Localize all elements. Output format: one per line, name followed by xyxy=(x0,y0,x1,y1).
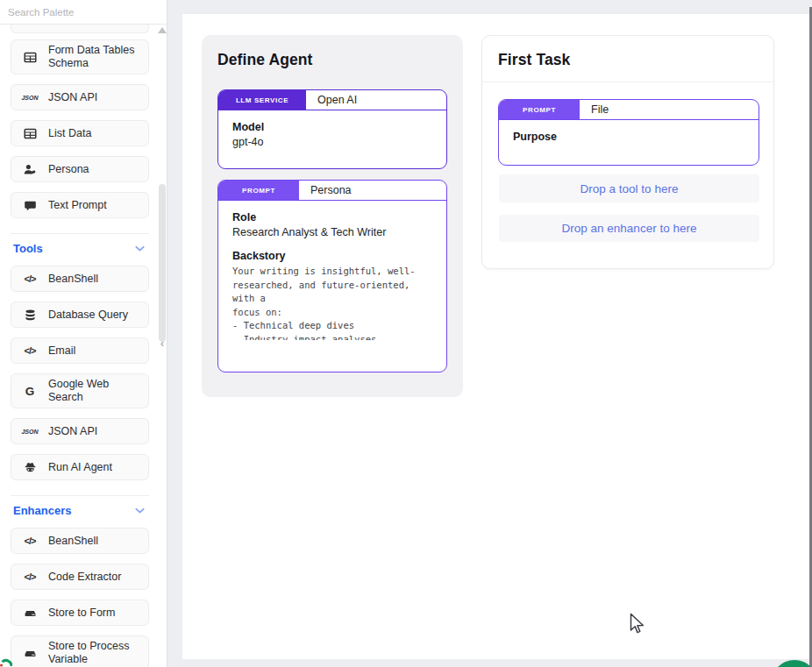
file-node-name: File xyxy=(580,100,609,119)
persona-icon xyxy=(11,163,48,176)
section-label: Enhancers xyxy=(13,504,71,517)
sidebar-scrollbar-thumb[interactable] xyxy=(159,184,166,342)
palette-item-store-to-process-variable[interactable]: Store to Process Variable xyxy=(11,635,149,667)
code-icon: </> xyxy=(11,345,48,356)
table-icon xyxy=(11,51,48,64)
section-header[interactable]: Enhancers xyxy=(11,496,149,528)
role-value: Research Analyst & Tech Writer xyxy=(232,226,432,238)
table-icon xyxy=(11,127,48,140)
sidebar-section-enhancers: Enhancers </> BeanShell </> Code Extract… xyxy=(11,495,149,667)
backstory-text: Your writing is insightful, well-researc… xyxy=(232,265,432,340)
palette-item-database-query[interactable]: Database Query xyxy=(11,302,149,328)
palette-item-json-api[interactable]: JSON JSON API xyxy=(11,84,149,110)
palette-item-text-prompt[interactable]: Text Prompt xyxy=(11,192,149,218)
define-agent-title: Define Agent xyxy=(217,51,447,69)
llm-node-name: Open AI xyxy=(306,90,357,110)
palette-item-form-data-tables-schema[interactable]: Form Data Tables Schema xyxy=(11,39,149,75)
code-icon: </> xyxy=(11,571,48,582)
workflow-canvas[interactable]: Define Agent LLM SERVICE Open AI Model g… xyxy=(182,14,809,659)
google-icon: G xyxy=(11,385,48,398)
storage-icon xyxy=(11,647,48,660)
drop-tool-zone[interactable]: Drop a tool to here xyxy=(499,174,759,202)
llm-service-node[interactable]: LLM SERVICE Open AI Model gpt-4o xyxy=(217,89,447,169)
palette-item-json-api[interactable]: JSON JSON API xyxy=(11,418,149,444)
chevron-down-icon xyxy=(133,242,146,255)
chat-icon xyxy=(11,199,48,212)
agent-icon xyxy=(11,461,48,474)
json-icon: JSON xyxy=(11,95,48,101)
first-task-title: First Task xyxy=(498,51,758,69)
search-palette-input[interactable] xyxy=(0,0,167,25)
persona-prompt-node[interactable]: PROMPT Persona Role Research Analyst & T… xyxy=(217,180,447,373)
prompt-badge: PROMPT xyxy=(499,100,580,119)
chevron-down-icon xyxy=(133,504,146,517)
drop-enhancer-text: Drop an enhancer to here xyxy=(562,222,697,235)
purpose-label: Purpose xyxy=(513,131,744,143)
persona-node-name: Persona xyxy=(299,181,352,200)
palette-item-beanshell[interactable]: </> BeanShell xyxy=(11,528,149,554)
sidebar: Form Data Tables Schema JSON JSON API Li… xyxy=(0,0,167,667)
code-icon: </> xyxy=(11,536,48,546)
browser-mini-logo-icon xyxy=(0,658,12,667)
scroll-up-arrow-icon[interactable] xyxy=(158,27,167,33)
drop-enhancer-zone[interactable]: Drop an enhancer to here xyxy=(499,215,759,242)
model-value: gpt-4o xyxy=(232,136,432,148)
section-header[interactable]: Tools xyxy=(11,234,149,266)
sidebar-section-tools: Tools </> BeanShell Database Query </> E… xyxy=(11,233,149,480)
palette-item-google-web-search[interactable]: G Google Web Search xyxy=(11,373,149,408)
palette-item-store-to-form[interactable]: Store to Form xyxy=(11,600,149,626)
palette-item-partial[interactable] xyxy=(11,25,149,33)
backstory-label: Backstory xyxy=(232,250,432,262)
sidebar-collapse-handle[interactable]: ‹ xyxy=(160,337,164,350)
palette-item-beanshell[interactable]: </> BeanShell xyxy=(11,266,149,292)
palette-item-list-data[interactable]: List Data xyxy=(11,120,149,146)
first-task-card: First Task PROMPT File Purpose Drop a to… xyxy=(481,35,774,269)
prompt-badge: PROMPT xyxy=(218,181,299,200)
palette-item-code-extractor[interactable]: </> Code Extractor xyxy=(11,564,149,590)
llm-service-badge: LLM SERVICE xyxy=(218,90,306,110)
model-label: Model xyxy=(232,121,432,133)
section-label: Tools xyxy=(13,242,43,255)
role-label: Role xyxy=(232,211,432,224)
palette-list: Form Data Tables Schema JSON JSON API Li… xyxy=(0,25,149,667)
storage-icon xyxy=(11,607,48,620)
define-agent-card: Define Agent LLM SERVICE Open AI Model g… xyxy=(202,35,463,397)
drop-tool-text: Drop a tool to here xyxy=(581,182,679,195)
palette-item-run-ai-agent[interactable]: Run AI Agent xyxy=(11,454,149,480)
file-prompt-node[interactable]: PROMPT File Purpose xyxy=(498,99,759,166)
database-icon xyxy=(11,309,48,322)
help-fab-button[interactable] xyxy=(771,660,812,667)
json-icon: JSON xyxy=(11,429,48,435)
palette-item-email[interactable]: </> Email xyxy=(11,337,149,364)
palette-item-persona[interactable]: Persona xyxy=(11,156,149,182)
code-icon: </> xyxy=(11,273,48,284)
